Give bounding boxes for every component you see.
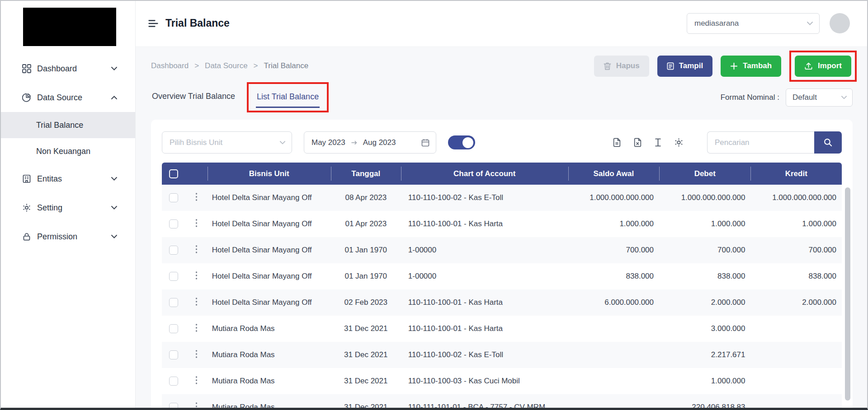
format-nominal-label: Format Nominal : bbox=[721, 93, 779, 102]
header-debet: Debet bbox=[659, 163, 750, 185]
row-menu-cell bbox=[185, 263, 207, 289]
row-checkbox[interactable] bbox=[169, 377, 178, 386]
cell-tanggal: 31 Dec 2021 bbox=[331, 316, 401, 342]
row-menu-cell bbox=[185, 394, 207, 410]
sidebar-item-label: Dashboard bbox=[37, 64, 77, 74]
chevron-down-icon bbox=[111, 206, 117, 210]
sidebar-subitem-trial-balance[interactable]: Trial Balance bbox=[0, 112, 135, 138]
page-content: Dashboard > Data Source > Trial Balance … bbox=[136, 47, 868, 410]
kebab-menu-icon[interactable] bbox=[195, 192, 198, 201]
row-checkbox[interactable] bbox=[169, 246, 178, 255]
kebab-menu-icon[interactable] bbox=[195, 376, 198, 385]
sidebar-item-setting[interactable]: Setting bbox=[0, 193, 135, 222]
breadcrumb-item-data-source[interactable]: Data Source bbox=[205, 61, 248, 70]
date-range-picker[interactable]: May 2023 Aug 2023 bbox=[304, 131, 436, 154]
kebab-menu-icon[interactable] bbox=[195, 245, 198, 254]
file-excel-icon[interactable] bbox=[633, 138, 642, 147]
tab-list-trial-balance[interactable]: List Trial Balance bbox=[256, 88, 320, 108]
breadcrumb-item-dashboard[interactable]: Dashboard bbox=[151, 61, 189, 70]
bisnis-unit-select[interactable]: Pilih Bisnis Unit bbox=[162, 131, 292, 154]
cell-tanggal: 31 Dec 2021 bbox=[331, 342, 401, 368]
sidebar-item-label: Entitas bbox=[37, 174, 62, 184]
search-button[interactable] bbox=[814, 131, 842, 154]
kebab-menu-icon[interactable] bbox=[195, 297, 198, 306]
row-checkbox[interactable] bbox=[169, 272, 178, 281]
row-checkbox[interactable] bbox=[169, 324, 178, 333]
cell-kredit: 700.000 bbox=[750, 237, 842, 263]
vertical-scrollbar[interactable] bbox=[845, 187, 850, 401]
calendar-icon bbox=[421, 139, 429, 147]
file-pdf-icon[interactable] bbox=[613, 138, 621, 147]
chevron-down-icon bbox=[280, 141, 285, 144]
company-select[interactable]: mediasarana bbox=[687, 13, 820, 34]
i-beam-icon[interactable] bbox=[654, 138, 662, 147]
search-icon bbox=[824, 138, 832, 147]
kebab-menu-icon[interactable] bbox=[195, 323, 198, 332]
sidebar: Dashboard Data Source Trial Balance Non … bbox=[0, 0, 136, 410]
cell-debet: 838.000 bbox=[659, 263, 750, 289]
tab-overview-trial-balance[interactable]: Overview Trial Balance bbox=[151, 87, 236, 107]
row-checkbox[interactable] bbox=[169, 219, 178, 228]
cell-bisnis-unit: Mutiara Roda Mas bbox=[208, 316, 331, 342]
breadcrumb-item-current: Trial Balance bbox=[264, 61, 309, 70]
sidebar-nav: Dashboard Data Source Trial Balance Non … bbox=[0, 54, 135, 251]
cell-tanggal: 02 Feb 2023 bbox=[331, 289, 401, 316]
menu-icon[interactable] bbox=[147, 19, 159, 28]
toggle-knob bbox=[462, 137, 473, 148]
date-to: Aug 2023 bbox=[363, 138, 396, 147]
row-checkbox-cell bbox=[162, 316, 185, 342]
row-checkbox-cell bbox=[162, 368, 185, 394]
date-from: May 2023 bbox=[311, 138, 345, 147]
annotation-import-highlight: Import bbox=[789, 51, 857, 82]
sidebar-item-label: Setting bbox=[37, 203, 62, 213]
cell-debet: 700.000 bbox=[659, 237, 750, 263]
kebab-menu-icon[interactable] bbox=[195, 349, 198, 359]
table-body: Hotel Delta Sinar Mayang Off 08 Apr 2023… bbox=[162, 185, 842, 410]
sidebar-item-permission[interactable]: Permission bbox=[0, 222, 135, 251]
row-checkbox[interactable] bbox=[169, 193, 178, 202]
cell-chart-of-account: 110-110-100-03 - Kas Cuci Mobil bbox=[401, 368, 568, 394]
tambah-button[interactable]: Tambah bbox=[721, 56, 781, 77]
toggle-switch[interactable] bbox=[448, 135, 475, 149]
cell-bisnis-unit: Hotel Delta Sinar Mayang Off bbox=[208, 185, 331, 211]
row-menu-cell bbox=[185, 289, 207, 316]
search-input[interactable] bbox=[707, 131, 814, 154]
building-icon bbox=[22, 174, 32, 184]
sidebar-item-dashboard[interactable]: Dashboard bbox=[0, 54, 135, 83]
cell-bisnis-unit: Mutiara Roda Mas bbox=[208, 394, 331, 410]
row-menu-cell bbox=[185, 185, 207, 211]
cell-tanggal: 08 Apr 2023 bbox=[331, 185, 401, 211]
row-checkbox-cell bbox=[162, 342, 185, 368]
breadcrumb-separator: > bbox=[194, 61, 199, 70]
action-buttons: Hapus Tampil Tambah bbox=[594, 51, 853, 82]
topbar: Trial Balance mediasarana bbox=[136, 0, 868, 47]
plus-icon bbox=[730, 62, 738, 70]
row-checkbox[interactable] bbox=[169, 350, 178, 359]
cell-debet: 2.000.000 bbox=[659, 289, 750, 316]
table-row: Hotel Delta Sinar Mayang Off 08 Apr 2023… bbox=[162, 185, 842, 211]
row-checkbox[interactable] bbox=[169, 403, 178, 410]
sidebar-item-entitas[interactable]: Entitas bbox=[0, 164, 135, 193]
import-button[interactable]: Import bbox=[795, 56, 851, 77]
trash-icon bbox=[604, 62, 611, 70]
hapus-button[interactable]: Hapus bbox=[594, 56, 649, 77]
format-nominal-select[interactable]: Default bbox=[786, 89, 853, 107]
tampil-button[interactable]: Tampil bbox=[657, 56, 713, 77]
user-avatar[interactable] bbox=[830, 13, 850, 33]
table-tools bbox=[613, 138, 684, 147]
cell-chart-of-account: 110-111-101-01 - BCA - 7757 - CV MRM bbox=[401, 394, 568, 410]
select-all-checkbox[interactable] bbox=[169, 169, 178, 178]
gear-icon[interactable] bbox=[674, 138, 684, 147]
kebab-menu-icon[interactable] bbox=[195, 219, 198, 228]
sidebar-subitem-non-keuangan[interactable]: Non Keuangan bbox=[0, 138, 135, 164]
sidebar-item-data-source[interactable]: Data Source bbox=[0, 83, 135, 112]
kebab-menu-icon[interactable] bbox=[195, 402, 198, 410]
row-checkbox-cell bbox=[162, 237, 185, 263]
kebab-menu-icon[interactable] bbox=[195, 271, 198, 280]
table-row: Hotel Delta Sinar Mayang Off 01 Jan 1970… bbox=[162, 237, 842, 263]
header-checkbox-cell bbox=[162, 163, 185, 185]
row-checkbox[interactable] bbox=[169, 298, 178, 307]
cell-saldo-awal: 1.000.000 bbox=[568, 211, 659, 237]
header-saldo-awal: Saldo Awal bbox=[568, 163, 659, 185]
cell-tanggal: 01 Jan 1970 bbox=[331, 237, 401, 263]
